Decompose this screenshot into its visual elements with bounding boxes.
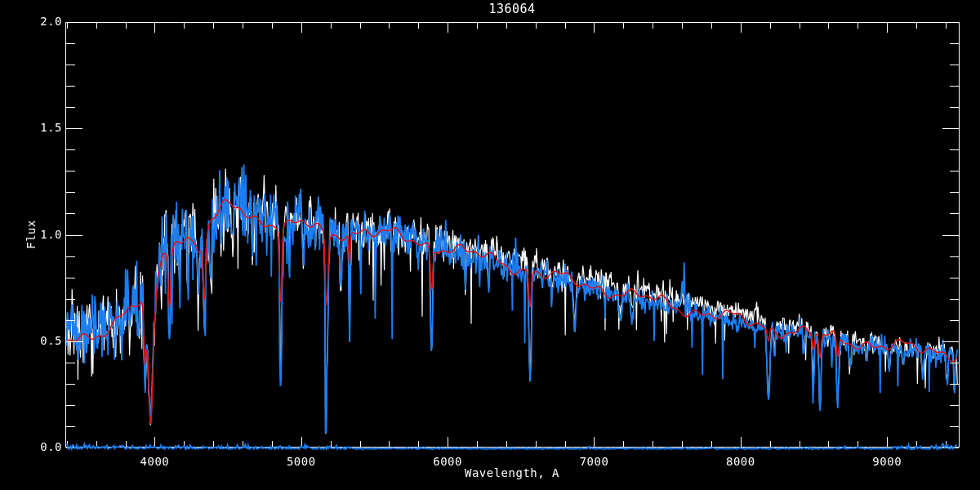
- x-axis-label: Wavelength, A: [465, 466, 559, 479]
- x-tick-label: 8000: [712, 455, 769, 468]
- x-tick-label: 4000: [126, 455, 183, 468]
- spectrum-canvas: [0, 0, 980, 490]
- x-tick-label: 9000: [858, 455, 915, 468]
- y-tick-label: 2.0: [21, 15, 62, 28]
- y-tick-label: 1.0: [21, 228, 62, 241]
- x-tick-label: 5000: [273, 455, 330, 468]
- y-tick-label: 0.5: [21, 334, 62, 347]
- spectrum-plot-window: 136064 Wavelength, A Flux 40005000600070…: [0, 0, 980, 490]
- y-tick-label: 0.0: [21, 440, 62, 453]
- y-tick-label: 1.5: [21, 121, 62, 134]
- plot-title: 136064: [488, 2, 535, 16]
- x-tick-label: 6000: [419, 455, 476, 468]
- x-tick-label: 7000: [565, 455, 622, 468]
